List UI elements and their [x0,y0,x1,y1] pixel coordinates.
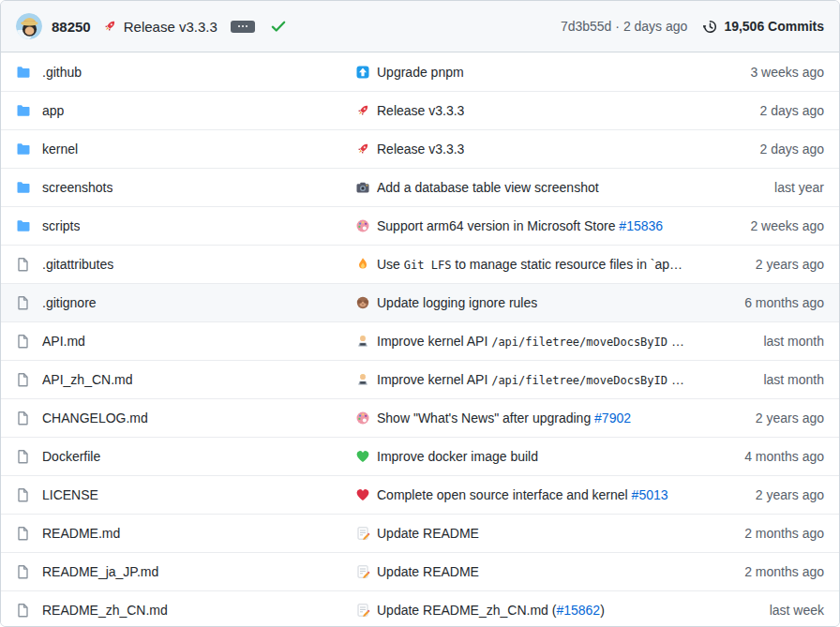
file-name-cell: Dockerfile [1,449,340,464]
commit-message-link[interactable]: Update README [377,526,479,541]
commit-message-link[interactable]: Update README_zh_CN.md (#15862) [377,603,605,618]
commit-message-cell: Release v3.3.3 [340,142,689,157]
issue-link[interactable]: #15616 [671,334,689,349]
avatar[interactable] [16,13,42,39]
file-name-cell: LICENSE [1,487,340,502]
issue-link[interactable]: #15862 [556,603,600,618]
file-name-cell: API.md [1,334,340,349]
file-name-link[interactable]: README_zh_CN.md [42,603,168,618]
commit-date: 2 months ago [689,564,839,579]
commit-hash: 7d3b55d [561,19,612,34]
commit-message-cell: Update README_zh_CN.md (#15862) [340,603,689,618]
folder-icon [16,65,31,80]
ellipsis-icon [238,25,240,27]
file-name-link[interactable]: .github [42,65,82,80]
table-row: .github Upgrade pnpm 3 weeks ago [1,52,839,91]
technologist-icon [355,372,370,387]
commit-date: last year [689,180,839,195]
file-name-link[interactable]: LICENSE [42,487,98,502]
issue-link[interactable]: #15836 [619,218,663,233]
commit-title-link[interactable]: Release v3.3.3 [124,19,218,35]
table-row: API_zh_CN.md Improve kernel API /api/fil… [1,360,839,398]
file-name-link[interactable]: API.md [42,334,85,349]
file-name-link[interactable]: scripts [42,218,80,233]
commit-message-link[interactable]: Improve docker image build [377,449,538,464]
file-name-cell: kernel [1,142,340,157]
file-name-link[interactable]: .gitignore [42,295,97,310]
commit-message-link[interactable]: Add a database table view screenshot [377,180,599,195]
file-browser: 88250 Release v3.3.3 7d3b55d · 2 days ag… [0,0,840,627]
commit-message-cell: Upgrade pnpm [340,65,689,80]
file-name-cell: API_zh_CN.md [1,372,340,387]
table-row: README_zh_CN.md Update README_zh_CN.md (… [1,590,839,627]
file-name-cell: .gitignore [1,295,340,310]
file-icon [16,564,31,579]
commit-message-link[interactable]: Use Git LFS to manage static resource fi… [377,257,689,272]
file-name-link[interactable]: app [42,103,64,118]
commits-count-link[interactable]: 19,506 Commits [702,19,824,35]
table-row: LICENSE Complete open source interface a… [1,475,839,514]
folder-icon [16,218,31,233]
commit-message-link[interactable]: Support arm64 version in Microsoft Store… [377,218,663,233]
commit-date: 2 years ago [689,257,839,272]
file-name-link[interactable]: .gitattributes [42,257,113,272]
camera-icon [355,180,370,195]
commit-date: 2 days ago [689,142,839,157]
file-name-link[interactable]: API_zh_CN.md [42,372,132,387]
commit-message-link[interactable]: Show "What's News" after upgrading #7902 [377,411,631,425]
file-name-link[interactable]: screenshots [42,180,112,195]
issue-link[interactable]: #5013 [632,487,668,502]
commit-date: 6 months ago [689,295,839,310]
commit-hash-time: 7d3b55d · 2 days ago [561,19,687,34]
file-icon [16,411,31,425]
memo-icon [355,564,370,579]
table-row: kernel Release v3.3.3 2 days ago [1,129,839,168]
inline-code: /api/filetree/moveDocsByID [491,374,668,387]
file-name-link[interactable]: CHANGELOG.md [42,411,148,425]
commit-date: 2 years ago [689,411,839,425]
file-name-link[interactable]: README.md [42,526,120,541]
history-icon [702,19,718,35]
issue-link[interactable]: #7902 [594,411,631,425]
commit-message-link[interactable]: Upgrade pnpm [377,65,464,80]
checks-status-icon[interactable] [270,18,287,35]
rocket-icon [355,142,370,157]
file-icon [16,487,31,502]
palette-icon [355,411,370,425]
commit-message-link[interactable]: Update README [377,564,479,579]
expand-commit-message-button[interactable] [231,21,255,33]
commit-message-link[interactable]: Release v3.3.3 [377,103,464,118]
commit-date: last week [689,603,839,618]
commit-message-cell: Improve docker image build [340,449,689,464]
file-name-cell: scripts [1,218,340,233]
commit-message-cell: Use Git LFS to manage static resource fi… [340,257,689,272]
file-name-link[interactable]: README_ja_JP.md [42,564,158,579]
commit-message-link[interactable]: Release v3.3.3 [377,142,464,157]
commit-date: 2 months ago [689,526,839,541]
commit-message-cell: Improve kernel API /api/filetree/moveDoc… [340,372,689,387]
commit-message-link[interactable]: Improve kernel API /api/filetree/moveDoc… [377,334,689,349]
commit-date: 2 days ago [689,103,839,118]
inline-code: /api/filetree/moveDocsByID [491,336,668,349]
commit-date: 2 years ago [689,487,839,502]
memo-icon [355,526,370,541]
commit-message-cell: Support arm64 version in Microsoft Store… [340,218,689,233]
file-name-link[interactable]: kernel [42,142,78,157]
file-name-cell: .gitattributes [1,257,340,272]
commit-message-link[interactable]: Improve kernel API /api/filetree/moveDoc… [377,372,689,387]
issue-link[interactable]: #15616 [671,372,689,387]
commit-message-cell: Show "What's News" after upgrading #7902 [340,411,689,425]
commit-message-link[interactable]: Update logging ignore rules [377,295,537,310]
table-row: Dockerfile Improve docker image build 4 … [1,437,839,475]
file-name-link[interactable]: Dockerfile [42,449,100,464]
commit-date: 4 months ago [689,449,839,464]
file-icon [16,449,31,464]
file-name-cell: .github [1,65,340,80]
commit-message-link[interactable]: Complete open source interface and kerne… [377,487,668,502]
file-icon [16,603,31,618]
rocket-icon [355,103,370,118]
fire-icon [355,257,370,272]
commit-author-link[interactable]: 88250 [52,19,91,35]
folder-icon [16,103,31,118]
technologist-icon [355,334,370,349]
